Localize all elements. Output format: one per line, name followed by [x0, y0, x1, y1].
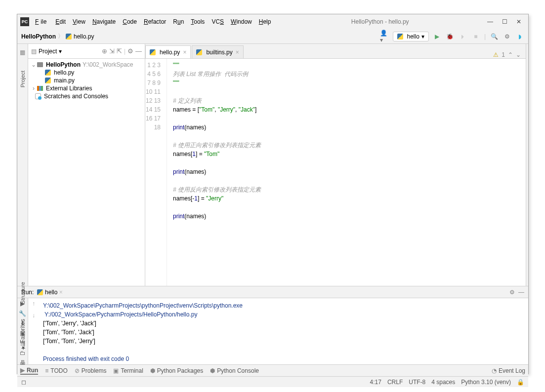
user-icon[interactable]: 👤▾	[380, 32, 389, 41]
project-panel-title: Project	[39, 48, 57, 55]
run-settings-icon[interactable]: ⚙	[509, 289, 515, 296]
status-square-icon[interactable]: ◻	[21, 379, 26, 386]
run-panel: Run: hello × ⚙ — ▶ 🔧 ⬇ ▣ ⇶ 🗀 🖶 ↑ ↓ Y:\00…	[17, 286, 528, 364]
tab-builtins[interactable]: builtins.py×	[192, 45, 243, 58]
status-bar: ◻ 4:17 CRLF UTF-8 4 spaces Python 3.10 (…	[17, 376, 528, 387]
close-tab-icon[interactable]: ×	[236, 49, 239, 56]
codewithme-icon[interactable]: ◗	[515, 32, 524, 41]
warning-icon[interactable]: ⚠	[493, 51, 499, 58]
line-gutter: 1 2 3 4 5 6 7 8 9 10 11 12 13 14 15 16 1…	[145, 59, 167, 286]
console-output[interactable]: Y:\002_WorkSpace\PycharmProjects\pythonP…	[39, 298, 528, 364]
collapse-all-icon[interactable]: ⇱	[117, 47, 122, 55]
close-tab-icon[interactable]: ×	[183, 49, 186, 56]
breadcrumb-project[interactable]: HelloPython	[21, 33, 56, 40]
bottom-pypkg[interactable]: ⬢Python Packages	[150, 367, 203, 374]
debug-button[interactable]: 🐞	[446, 32, 455, 41]
run-button[interactable]: ▶	[433, 32, 442, 41]
menu-code[interactable]: Code	[121, 17, 139, 26]
close-icon[interactable]: ✕	[516, 18, 521, 25]
menu-run[interactable]: Run	[171, 17, 186, 26]
app-icon: PC	[20, 17, 29, 26]
status-enc[interactable]: UTF-8	[409, 379, 425, 386]
maximize-icon[interactable]: ☐	[502, 18, 507, 25]
next-highlight-icon[interactable]: ⌄	[516, 51, 521, 58]
select-opened-icon[interactable]: ⊕	[102, 47, 107, 55]
tree-root[interactable]: ⌄HelloPythonY:\002_WorkSpace	[28, 61, 145, 69]
menu-file[interactable]: File	[33, 17, 50, 26]
window-title: HelloPython - hello.py	[273, 18, 487, 25]
code-area[interactable]: 1 2 3 4 5 6 7 8 9 10 11 12 13 14 15 16 1…	[145, 59, 526, 286]
menu-navigate[interactable]: Navigate	[90, 17, 118, 26]
close-run-tab-icon[interactable]: ×	[59, 289, 63, 296]
hide-panel-icon[interactable]: —	[135, 47, 142, 55]
tab-favorites[interactable]: ★ Favorites	[19, 319, 26, 351]
prev-highlight-icon[interactable]: ⌃	[508, 51, 513, 58]
menu-view[interactable]: View	[71, 17, 87, 26]
hide-run-icon[interactable]: —	[518, 289, 524, 296]
run-tab[interactable]: hello	[45, 289, 57, 296]
bottom-todo[interactable]: ≡TODO	[45, 367, 67, 374]
titlebar: PC File Edit View Navigate Code Refactor…	[17, 14, 528, 29]
tree-file[interactable]: main.py	[28, 77, 145, 84]
run-config-label: hello	[407, 33, 419, 40]
bottom-eventlog[interactable]: ◔Event Log	[492, 367, 525, 374]
up-arrow-icon[interactable]: ↑	[32, 300, 35, 307]
python-file-icon	[66, 34, 72, 39]
bottom-pyconsole[interactable]: ⬢Python Console	[210, 367, 259, 374]
bottom-run[interactable]: ▶Run	[20, 367, 38, 375]
stop-button[interactable]: ■	[471, 32, 480, 41]
status-le[interactable]: CRLF	[387, 379, 403, 386]
menu-edit[interactable]: Edit	[53, 17, 68, 26]
python-icon	[397, 34, 403, 39]
menu-refactor[interactable]: Refactor	[142, 17, 168, 26]
status-indent[interactable]: 4 spaces	[431, 379, 455, 386]
tree-scratches[interactable]: Scratches and Consoles	[28, 92, 145, 100]
editor: hello.py× builtins.py× ⚠1 ⌃ ⌄ 1 2 3 4 5 …	[145, 44, 526, 286]
search-icon[interactable]: 🔍	[490, 32, 499, 41]
minimize-icon[interactable]: —	[487, 18, 493, 25]
panel-settings-icon[interactable]: ⚙	[127, 47, 133, 55]
source-code[interactable]: """ 列表 List 常用操作 代码示例 """ # 定义列表 names =…	[167, 59, 526, 286]
print-icon[interactable]: 🖶	[18, 359, 27, 366]
coverage-button[interactable]: ⏵	[459, 32, 467, 41]
tab-structure[interactable]: Structure	[20, 282, 26, 304]
project-panel: ▤ Project ▾ ⊕ ⇲ ⇱ | ⚙ — ⌄HelloPythonY:\0…	[28, 44, 145, 286]
run-config-selector[interactable]: hello ▾	[393, 32, 429, 41]
down-arrow-icon[interactable]: ↓	[32, 312, 35, 319]
menu-help[interactable]: Help	[257, 17, 273, 26]
sidebar-square-icon[interactable]: ▦	[20, 49, 25, 56]
lock-icon[interactable]: 🔒	[517, 379, 524, 386]
expand-all-icon[interactable]: ⇲	[109, 47, 115, 55]
breadcrumb-file[interactable]: hello.py	[74, 33, 94, 40]
tab-project[interactable]: Project	[20, 71, 26, 87]
bottom-terminal[interactable]: ▣Terminal	[113, 367, 143, 374]
chevron-down-icon: ▾	[421, 33, 424, 40]
menu-vcs[interactable]: VCS	[210, 17, 226, 26]
tree-ext-libs[interactable]: ›External Libraries	[28, 84, 145, 92]
navigation-bar: HelloPython 〉 hello.py 👤▾ hello ▾ ▶ 🐞 ⏵ …	[17, 29, 528, 44]
editor-tabs: hello.py× builtins.py× ⚠1 ⌃ ⌄	[145, 44, 526, 59]
menubar: File Edit View Navigate Code Refactor Ru…	[33, 17, 273, 26]
menu-window[interactable]: Window	[229, 17, 254, 26]
project-tree: ⌄HelloPythonY:\002_WorkSpace hello.py ma…	[28, 59, 145, 102]
tree-file[interactable]: hello.py	[28, 69, 145, 77]
warning-count: 1	[502, 51, 505, 58]
status-sdk[interactable]: Python 3.10 (venv)	[461, 379, 511, 386]
status-pos[interactable]: 4:17	[370, 379, 381, 386]
bottom-toolbar: ▶Run ≡TODO ⊘Problems ▣Terminal ⬢Python P…	[17, 364, 528, 376]
settings-icon[interactable]: ⚙	[503, 32, 511, 41]
bottom-problems[interactable]: ⊘Problems	[75, 367, 107, 374]
menu-tools[interactable]: Tools	[189, 17, 207, 26]
tab-hello[interactable]: hello.py×	[145, 45, 191, 58]
